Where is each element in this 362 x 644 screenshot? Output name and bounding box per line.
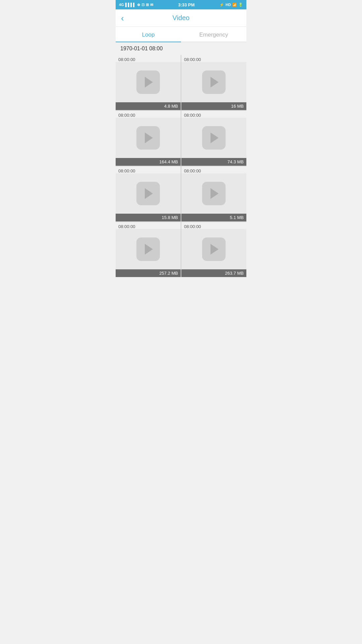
tab-loop[interactable]: Loop [116,27,181,42]
hd-badge: HD [226,3,231,7]
video-size-1: 16 MB [181,102,246,110]
video-thumb-6 [116,229,181,269]
wechat-icon: ⊕ [137,3,140,7]
video-item-4[interactable]: 08:00:00 15.8 MB [116,166,181,221]
video-timestamp-7: 08:00:00 [181,222,246,229]
play-triangle-2 [145,132,153,143]
wifi-icon: 📶 [232,3,237,7]
video-size-0: 4.8 MB [116,102,181,110]
video-timestamp-6: 08:00:00 [116,222,181,229]
video-thumb-0 [116,62,181,102]
status-time: 3:33 PM [178,2,194,7]
video-item-6[interactable]: 08:00:00 257.2 MB [116,222,181,277]
video-size-4: 15.8 MB [116,214,181,221]
msg-icon: ⊞ [146,3,149,7]
play-triangle-1 [210,77,219,88]
status-right: ⚡ HD 📶 🔋 [220,3,243,7]
tab-emergency[interactable]: Emergency [181,27,246,42]
play-icon-2 [136,126,160,150]
page-title: Video [173,14,190,22]
play-triangle-5 [210,188,219,199]
play-icon-5 [202,182,226,205]
status-bar: 4G ▌▌▌▌ ⊕ ⊡ ⊞ ✉ 3:33 PM ⚡ HD 📶 🔋 [116,0,246,9]
video-item-3[interactable]: 08:00:00 74.3 MB [181,111,246,166]
play-triangle-6 [145,244,153,255]
tab-bar: Loop Emergency [116,27,246,42]
video-item-1[interactable]: 08:00:00 16 MB [181,55,246,110]
play-icon-7 [202,237,226,261]
play-triangle-3 [210,132,219,143]
mail-icon: ✉ [150,3,153,7]
signal-text: 4G [119,3,124,7]
video-timestamp-1: 08:00:00 [181,55,246,62]
video-item-0[interactable]: 08:00:00 4.8 MB [116,55,181,110]
back-button[interactable]: ‹ [121,14,124,22]
video-size-6: 257.2 MB [116,269,181,277]
video-timestamp-5: 08:00:00 [181,166,246,173]
video-item-7[interactable]: 08:00:00 263.7 MB [181,222,246,277]
video-timestamp-3: 08:00:00 [181,111,246,118]
play-icon-0 [136,70,160,94]
video-thumb-4 [116,173,181,214]
battery-icon: 🔋 [238,3,243,7]
header: ‹ Video [116,9,246,27]
status-left: 4G ▌▌▌▌ ⊕ ⊡ ⊞ ✉ [119,3,153,7]
video-item-2[interactable]: 08:00:00 164.4 MB [116,111,181,166]
charging-icon: ⚡ [220,3,224,7]
play-triangle-7 [210,244,219,255]
signal-bars: ▌▌▌▌ [125,3,136,7]
video-thumb-1 [181,62,246,102]
video-timestamp-2: 08:00:00 [116,111,181,118]
play-triangle-4 [145,188,153,199]
play-icon-6 [136,237,160,261]
play-triangle-0 [145,77,153,88]
video-thumb-5 [181,173,246,214]
date-header: 1970-01-01 08:00 [116,42,246,55]
video-size-5: 5.1 MB [181,214,246,221]
video-size-2: 164.4 MB [116,158,181,166]
video-size-3: 74.3 MB [181,158,246,166]
play-icon-1 [202,70,226,94]
video-item-5[interactable]: 08:00:00 5.1 MB [181,166,246,221]
play-icon-3 [202,126,226,150]
video-grid: 08:00:00 4.8 MB 08:00:00 16 MB 08:00:00 [116,55,246,277]
sim-icon: ⊡ [141,3,144,7]
video-thumb-3 [181,118,246,158]
video-size-7: 263.7 MB [181,269,246,277]
video-timestamp-4: 08:00:00 [116,166,181,173]
play-icon-4 [136,182,160,205]
video-thumb-2 [116,118,181,158]
video-timestamp-0: 08:00:00 [116,55,181,62]
video-thumb-7 [181,229,246,269]
